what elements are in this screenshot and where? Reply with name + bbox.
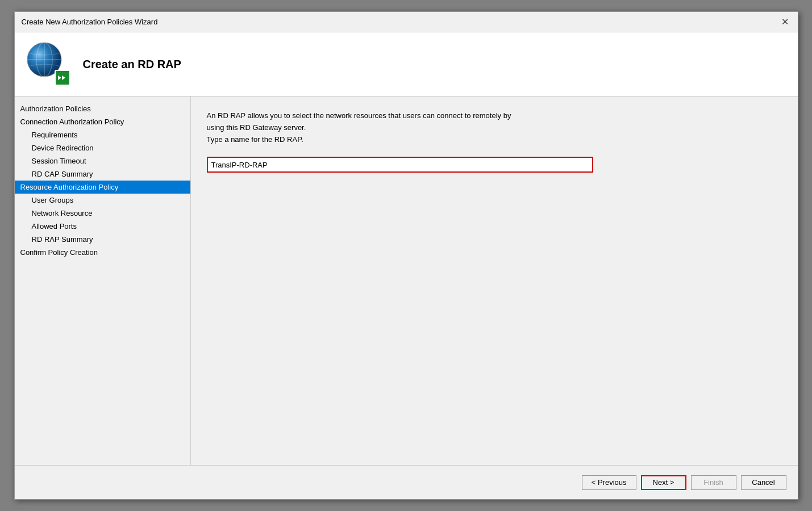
dialog-title: Create New Authorization Policies Wizard: [22, 18, 158, 26]
header-area: Create an RD RAP: [15, 32, 798, 97]
sidebar-item-session-timeout[interactable]: Session Timeout: [15, 154, 190, 167]
name-input-container: [207, 157, 782, 173]
sidebar-item-rd-cap-summary[interactable]: RD CAP Summary: [15, 167, 190, 181]
sidebar-item-rd-rap-summary[interactable]: RD RAP Summary: [15, 233, 190, 246]
svg-marker-4: [58, 76, 61, 80]
play-arrows-icon: [58, 74, 67, 81]
header-icon-container: [26, 41, 72, 87]
next-button[interactable]: Next >: [641, 475, 686, 490]
sidebar-item-device-redirection[interactable]: Device Redirection: [15, 141, 190, 154]
content-area: An RD RAP allows you to select the netwo…: [191, 97, 798, 465]
previous-button[interactable]: < Previous: [582, 475, 636, 490]
sidebar-item-requirements[interactable]: Requirements: [15, 128, 190, 141]
title-bar: Create New Authorization Policies Wizard…: [15, 12, 798, 32]
close-button[interactable]: ✕: [780, 16, 791, 28]
cancel-button[interactable]: Cancel: [741, 475, 786, 490]
description: An RD RAP allows you to select the netwo…: [207, 110, 782, 145]
rap-name-input[interactable]: [207, 157, 593, 173]
wizard-dialog: Create New Authorization Policies Wizard…: [14, 11, 798, 500]
rdp-badge-icon: [55, 70, 70, 86]
sidebar-item-network-resource[interactable]: Network Resource: [15, 207, 190, 220]
sidebar-item-connection-auth-policy[interactable]: Connection Authorization Policy: [15, 115, 190, 128]
footer: < Previous Next > Finish Cancel: [15, 465, 798, 499]
sidebar-item-confirm-policy[interactable]: Confirm Policy Creation: [15, 246, 190, 259]
main-content: Authorization Policies Connection Author…: [15, 97, 798, 465]
sidebar-item-user-groups[interactable]: User Groups: [15, 194, 190, 207]
page-title: Create an RD RAP: [83, 58, 181, 71]
sidebar-item-auth-policies[interactable]: Authorization Policies: [15, 102, 190, 115]
finish-button[interactable]: Finish: [691, 475, 736, 490]
sidebar: Authorization Policies Connection Author…: [15, 97, 191, 465]
sidebar-item-resource-auth-policy[interactable]: Resource Authorization Policy: [15, 181, 190, 194]
sidebar-item-allowed-ports[interactable]: Allowed Ports: [15, 220, 190, 233]
svg-marker-5: [62, 76, 65, 80]
